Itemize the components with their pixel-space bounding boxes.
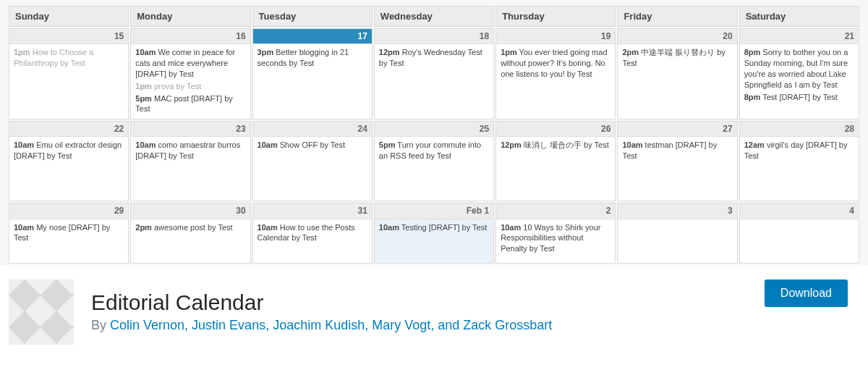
posts-list: 10am Testing [DRAFT] by Test [375, 219, 493, 263]
post-entry[interactable]: 12am virgil's day [DRAFT] by Test [744, 140, 854, 161]
date-bar: 16 [131, 29, 250, 44]
post-entry[interactable]: 3pm Better blogging in 21 seconds by Tes… [258, 47, 367, 69]
post-entry[interactable]: 10am Emu oil extractor design [DRAFT] by… [14, 140, 124, 161]
calendar-cell[interactable]: 191pm You ever tried going mad without p… [495, 28, 616, 119]
calendar-cell[interactable]: 2812am virgil's day [DRAFT] by Test [739, 121, 859, 201]
post-entry[interactable]: 10am We come in peace for cats and mice … [135, 47, 245, 80]
post-entry[interactable]: 8pm Sorry to bother you on a Sunday morn… [744, 47, 854, 90]
plugin-byline: By Colin Vernon, Justin Evans, Joachim K… [91, 318, 765, 333]
post-time: 10am [258, 140, 278, 149]
post-time: 10am [14, 223, 34, 232]
date-bar: 28 [740, 122, 859, 137]
date-bar: 25 [375, 122, 493, 137]
post-time: 1pm [501, 48, 517, 56]
posts-list: 3pm Better blogging in 21 seconds by Tes… [253, 44, 372, 113]
post-title: Turn your commute into an RSS feed by Te… [379, 140, 481, 160]
posts-list: 2pm 中途半端 振り替わり by Test [618, 44, 736, 113]
posts-list: 10am testman [DRAFT] by Test [618, 137, 736, 201]
post-entry[interactable]: 1pm prova by Test [135, 81, 245, 92]
post-entry[interactable]: 5pm MAC post [DRAFT] by Test [135, 93, 245, 115]
date-bar: 30 [131, 203, 250, 219]
calendar-cell[interactable]: 2910am My nose [DRAFT] by Test [9, 203, 129, 263]
posts-list: 10am 10 Ways to Shirk your Responsibilit… [496, 219, 615, 263]
day-header-friday: Friday [617, 6, 737, 27]
post-title: Show OFF by Test [278, 140, 345, 149]
day-header-wednesday: Wednesday [374, 6, 494, 27]
post-entry[interactable]: 10am How to use the Posts Calendar by Te… [258, 222, 367, 244]
calendar-cell[interactable]: 255pm Turn your commute into an RSS feed… [374, 121, 494, 201]
posts-list: 10am How to use the Posts Calendar by Te… [253, 219, 372, 263]
calendar-cell[interactable]: 4 [739, 203, 859, 263]
posts-list: 10am Show OFF by Test [253, 137, 372, 201]
post-entry[interactable]: 1pm You ever tried going mad without pow… [501, 47, 610, 80]
day-header-tuesday: Tuesday [252, 6, 373, 27]
post-entry[interactable]: 10am testman [DRAFT] by Test [622, 140, 732, 161]
date-bar: 19 [496, 29, 615, 44]
date-bar: 18 [375, 29, 493, 44]
calendar-cell[interactable]: 1812pm Roy's Wednesday Test by Test [374, 28, 494, 119]
post-entry[interactable]: 2pm 中途半端 振り替わり by Test [622, 47, 732, 69]
calendar-cell[interactable]: 173pm Better blogging in 21 seconds by T… [252, 28, 373, 119]
date-bar: 4 [740, 203, 859, 219]
calendar-cell[interactable]: 202pm 中途半端 振り替わり by Test [617, 28, 737, 119]
calendar-cell[interactable]: 1610am We come in peace for cats and mic… [130, 28, 250, 119]
post-entry[interactable]: 5pm Turn your commute into an RSS feed b… [379, 140, 489, 161]
post-time: 8pm [744, 48, 761, 56]
calendar-cell[interactable]: 2612pm 味消し 場合の手 by Test [495, 121, 616, 201]
post-entry[interactable]: 10am como amaestrar burros [DRAFT] by Te… [135, 140, 245, 161]
date-bar: 27 [618, 122, 736, 137]
post-time: 12am [744, 140, 765, 149]
calendar-cell[interactable]: 218pm Sorry to bother you on a Sunday mo… [739, 28, 859, 119]
calendar-cell[interactable]: 2210am Emu oil extractor design [DRAFT] … [9, 121, 129, 201]
post-title: Testing [DRAFT] by Test [399, 223, 487, 232]
post-entry[interactable]: 10am Testing [DRAFT] by Test [379, 222, 489, 233]
post-entry[interactable]: 8pm Test [DRAFT] by Test [744, 92, 854, 103]
date-bar: 2 [496, 203, 615, 219]
posts-list [740, 219, 859, 263]
post-time: 2pm [622, 48, 639, 56]
calendar-cell[interactable]: 151pm How to Choose a Philanthropy by Te… [9, 28, 129, 119]
calendar-cell[interactable]: 210am 10 Ways to Shirk your Responsibili… [495, 203, 616, 263]
calendar-cell[interactable]: 2710am testman [DRAFT] by Test [617, 121, 737, 201]
post-entry[interactable]: 12pm 味消し 場合の手 by Test [501, 140, 610, 151]
calendar-cell[interactable]: 3 [617, 203, 737, 263]
plugin-icon [9, 279, 74, 345]
posts-list: 10am My nose [DRAFT] by Test [9, 219, 128, 263]
plugin-authors-link[interactable]: Colin Vernon, Justin Evans, Joachim Kudi… [110, 318, 552, 332]
post-time: 10am [135, 140, 156, 149]
calendar-cell[interactable]: 3110am How to use the Posts Calendar by … [252, 203, 373, 263]
posts-list: 12pm 味消し 場合の手 by Test [496, 137, 615, 201]
posts-list: 8pm Sorry to bother you on a Sunday morn… [740, 44, 859, 113]
calendar-cell[interactable]: 2310am como amaestrar burros [DRAFT] by … [130, 121, 250, 201]
day-header-thursday: Thursday [495, 6, 616, 27]
post-entry[interactable]: 10am Show OFF by Test [258, 140, 367, 151]
post-entry[interactable]: 10am 10 Ways to Shirk your Responsibilit… [501, 222, 610, 255]
posts-list [618, 219, 736, 263]
post-title: Test [DRAFT] by Test [760, 93, 838, 101]
posts-list: 2pm awesome post by Test [131, 219, 250, 263]
download-button[interactable]: Download [765, 279, 848, 307]
calendar-cell[interactable]: 2410am Show OFF by Test [252, 121, 373, 201]
date-bar: 23 [131, 122, 250, 137]
post-entry[interactable]: 12pm Roy's Wednesday Test by Test [379, 47, 489, 69]
post-time: 5pm [379, 140, 396, 149]
calendar-cell[interactable]: 302pm awesome post by Test [130, 203, 250, 263]
date-bar: 29 [9, 203, 128, 219]
post-title: Sorry to bother you on a Sunday morning,… [744, 48, 848, 89]
post-entry[interactable]: 1pm How to Choose a Philanthropy by Test [14, 47, 124, 69]
byline-prefix: By [91, 318, 110, 332]
post-time: 10am [379, 223, 399, 232]
post-time: 1pm [14, 48, 30, 56]
posts-list: 10am We come in peace for cats and mice … [131, 44, 250, 119]
date-bar: 24 [253, 122, 372, 137]
post-title: awesome post by Test [152, 223, 233, 232]
calendar-cell[interactable]: Feb 110am Testing [DRAFT] by Test [374, 203, 494, 263]
calendar-area: SundayMondayTuesdayWednesdayThursdayFrid… [0, 0, 868, 265]
post-entry[interactable]: 2pm awesome post by Test [135, 222, 245, 233]
post-time: 12pm [379, 48, 400, 56]
posts-list: 1pm You ever tried going mad without pow… [496, 44, 615, 113]
day-header-monday: Monday [130, 6, 250, 27]
date-bar: 20 [618, 29, 736, 44]
date-bar: 17 [253, 29, 372, 44]
post-entry[interactable]: 10am My nose [DRAFT] by Test [14, 222, 124, 244]
